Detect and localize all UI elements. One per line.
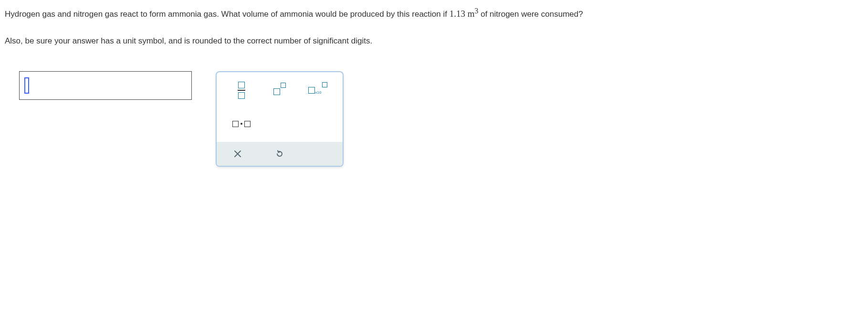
clear-button[interactable]	[217, 147, 259, 161]
undo-icon	[275, 150, 284, 158]
exponent-button[interactable]	[261, 81, 299, 100]
scientific-notation-button[interactable]: x10	[299, 81, 337, 100]
fraction-button[interactable]	[222, 81, 261, 100]
question-part3: Also, be sure your answer has a unit sym…	[5, 36, 372, 45]
placeholder-icon	[238, 82, 245, 88]
symbol-palette: x10	[216, 71, 344, 167]
close-icon	[234, 150, 241, 158]
dot-icon	[241, 123, 242, 125]
placeholder-icon	[238, 92, 245, 99]
sci-sub-label: x10	[315, 90, 322, 95]
placeholder-icon	[322, 82, 327, 87]
placeholder-icon	[244, 121, 251, 127]
answer-input[interactable]	[19, 71, 192, 100]
text-cursor	[24, 77, 29, 94]
answer-area: x10	[19, 71, 863, 167]
placeholder-icon	[273, 88, 280, 95]
question-part2: of nitrogen were consumed?	[481, 10, 583, 19]
placeholder-icon	[232, 121, 239, 127]
question-value: 1.13 m3	[450, 9, 481, 19]
reset-button[interactable]	[259, 147, 301, 161]
question-part1: Hydrogen gas and nitrogen gas react to f…	[5, 10, 450, 19]
placeholder-icon	[281, 83, 286, 88]
placeholder-icon	[308, 87, 315, 94]
question-text: Hydrogen gas and nitrogen gas react to f…	[5, 5, 863, 47]
multiply-button[interactable]	[222, 114, 261, 133]
